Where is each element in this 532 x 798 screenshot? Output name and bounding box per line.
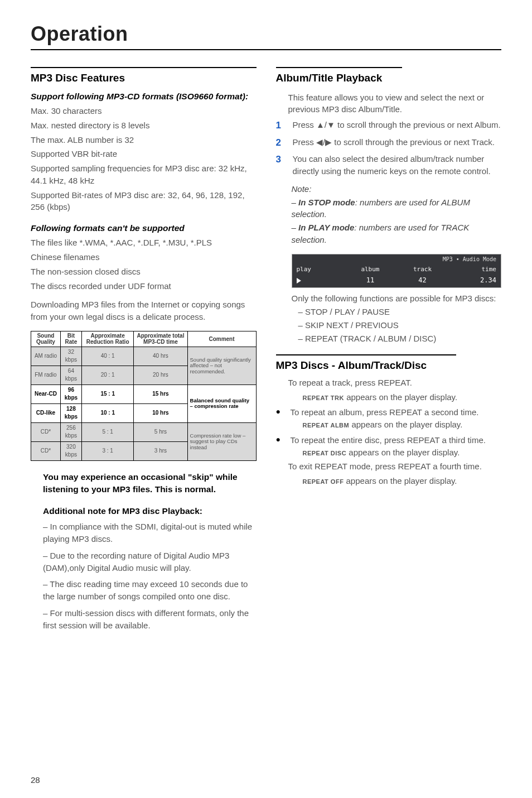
- display-mode-label: MP3 • Audio Mode: [292, 254, 501, 264]
- page-number: 28: [31, 775, 40, 785]
- list-item: – Due to the recording nature of Digital…: [43, 550, 257, 574]
- step-2: 2 Press ◀/▶ to scroll through the previo…: [276, 136, 502, 150]
- repeat-disc-line: REPEAT DISC appears on the player displa…: [276, 446, 502, 459]
- table-row: CD* 256 kbps 5 : 1 5 hrs Compression rat…: [31, 422, 257, 441]
- bullet-repeat-album: ● To repeat an album, press REPEAT a sec…: [276, 406, 502, 419]
- th-ratio: Approximate Reduction Ratio: [81, 331, 133, 347]
- list-item: The discs recorded under UDF format: [31, 280, 257, 292]
- list-item: – The disc reading time may exceed 10 se…: [43, 578, 257, 603]
- td-comment: Balanced sound quality – compression rat…: [187, 384, 256, 422]
- display-val-album: 11: [344, 276, 396, 287]
- repeat-exit: To exit REPEAT mode, press REPEAT a four…: [276, 460, 502, 473]
- step-text: Press ◀/▶ to scroll through the previous…: [293, 136, 495, 150]
- td: 3 : 1: [81, 441, 133, 460]
- list-item: The files like *.WMA, *.AAC, *.DLF, *.M3…: [31, 237, 257, 249]
- list-item: Max. 30 characters: [31, 105, 257, 117]
- step-text: You can also select the desired album/tr…: [293, 153, 502, 177]
- display-val-play: [292, 276, 345, 287]
- download-paragraph: Downloading MP3 files from the Internet …: [31, 299, 257, 323]
- td: CD*: [31, 441, 61, 460]
- td: 3 hrs: [134, 441, 187, 460]
- display-col-time: time: [448, 263, 501, 276]
- quality-table: Sound Quality Bit Rate Approximate Reduc…: [31, 331, 257, 461]
- subhead-unsupported-formats: Following formats can't be supported: [31, 222, 257, 234]
- table-row: AM radio 32 kbps 40 : 1 40 hrs Sound qua…: [31, 347, 257, 366]
- step-number: 1: [276, 119, 286, 133]
- td-comment: Compression rate low – suggest to play C…: [187, 422, 256, 460]
- td: 64 kbps: [60, 366, 81, 384]
- bullet-icon: ●: [276, 434, 284, 446]
- th-comment: Comment: [187, 331, 256, 347]
- display-val-track: 42: [396, 276, 449, 287]
- supported-formats-list: Max. 30 characters Max. nested directory…: [31, 105, 257, 213]
- note-line: – In PLAY mode: numbers are used for TRA…: [292, 222, 502, 246]
- dash-list: – STOP / PLAY / PAUSE – SKIP NEXT / PREV…: [276, 306, 502, 344]
- td: 15 : 1: [81, 384, 133, 403]
- td: 40 hrs: [134, 347, 187, 366]
- list-item: The max. ALB number is 32: [31, 134, 257, 146]
- td: CD-like: [31, 403, 61, 422]
- td: 10 hrs: [134, 403, 187, 422]
- td: 320 kbps: [60, 441, 81, 460]
- repeat-trk-line: REPEAT TRK appears on the player display…: [276, 391, 502, 403]
- section-mp3-discs-repeat: MP3 Discs - Album/Track/Disc: [276, 355, 502, 373]
- play-icon: [297, 278, 301, 283]
- intro-paragraph: This feature allows you to view and sele…: [276, 92, 502, 116]
- td: Near-CD: [31, 384, 61, 403]
- display-col-track: track: [396, 263, 449, 276]
- display-col-album: album: [344, 263, 396, 276]
- th-quality: Sound Quality: [31, 331, 61, 347]
- bullet-icon: ●: [276, 406, 284, 419]
- list-item: Supported Bit-rates of MP3 disc are: 32,…: [31, 189, 257, 214]
- list-item: – For multi-session discs with different…: [43, 607, 257, 632]
- repeat-intro: To repeat a track, press REPEAT.: [276, 377, 502, 389]
- skip-note: You may experience an occasional "skip" …: [31, 471, 257, 496]
- step-number: 3: [276, 153, 286, 177]
- td: AM radio: [31, 347, 61, 366]
- list-item: Supported VBR bit-rate: [31, 148, 257, 160]
- page-title: Operation: [31, 22, 501, 50]
- table-row: Near-CD 96 kbps 15 : 1 15 hrs Balanced s…: [31, 384, 257, 403]
- td: 32 kbps: [60, 347, 81, 366]
- step-3: 3 You can also select the desired album/…: [276, 153, 502, 177]
- display-col-play: play: [292, 263, 345, 276]
- additional-note-head: Additional note for MP3 disc Playback:: [31, 505, 257, 517]
- td: 128 kbps: [60, 403, 81, 422]
- bullet-repeat-disc: ● To repeat the entire disc, press REPEA…: [276, 434, 502, 446]
- td: 15 hrs: [134, 384, 187, 403]
- repeat-off-line: REPEAT OFF appears on the player display…: [276, 475, 502, 487]
- td: 20 : 1: [81, 366, 133, 384]
- bullet-text: To repeat an album, press REPEAT a secon…: [291, 406, 479, 419]
- step-1: 1 Press ▲/▼ to scroll through the previo…: [276, 119, 502, 133]
- section-mp3-features: MP3 Disc Features: [31, 67, 257, 86]
- after-status-text: Only the following functions are possibl…: [276, 292, 502, 305]
- numbered-steps: 1 Press ▲/▼ to scroll through the previo…: [276, 119, 502, 177]
- bullet-text: To repeat the entire disc, press REPEAT …: [291, 434, 486, 446]
- td: 96 kbps: [60, 384, 81, 403]
- additional-note-list: – In compliance with the SDMI, digital-o…: [31, 521, 257, 631]
- left-column: MP3 Disc Features Support following MP3-…: [31, 61, 257, 633]
- list-item: Chinese filenames: [31, 251, 257, 263]
- note-title: Note:: [292, 183, 502, 195]
- display-val-time: 2.34: [448, 276, 501, 287]
- td: CD*: [31, 422, 61, 441]
- list-item: Max. nested directory is 8 levels: [31, 119, 257, 132]
- section-album-title-playback: Album/Title Playback: [276, 67, 403, 86]
- td: 40 : 1: [81, 347, 133, 366]
- player-display: MP3 • Audio Mode play album track time 1…: [292, 254, 502, 289]
- td: 10 : 1: [81, 403, 133, 422]
- right-column: Album/Title Playback This feature allows…: [276, 61, 502, 633]
- td: 5 : 1: [81, 422, 133, 441]
- note-line: – In STOP mode: numbers are used for ALB…: [292, 196, 502, 221]
- step-number: 2: [276, 136, 286, 150]
- step-text: Press ▲/▼ to scroll through the previous…: [293, 119, 501, 133]
- unsupported-formats-list: The files like *.WMA, *.AAC, *.DLF, *.M3…: [31, 237, 257, 292]
- td: FM radio: [31, 366, 61, 384]
- th-time: Approximate total MP3-CD time: [134, 331, 187, 347]
- th-bitrate: Bit Rate: [60, 331, 81, 347]
- note-block: Note: – In STOP mode: numbers are used f…: [276, 183, 502, 246]
- list-item: Supported sampling frequencies for MP3 d…: [31, 162, 257, 187]
- list-item: – In compliance with the SDMI, digital-o…: [43, 521, 257, 545]
- two-column-layout: MP3 Disc Features Support following MP3-…: [31, 61, 501, 633]
- repeat-albm-line: REPEAT ALBM appears on the player displa…: [276, 419, 502, 431]
